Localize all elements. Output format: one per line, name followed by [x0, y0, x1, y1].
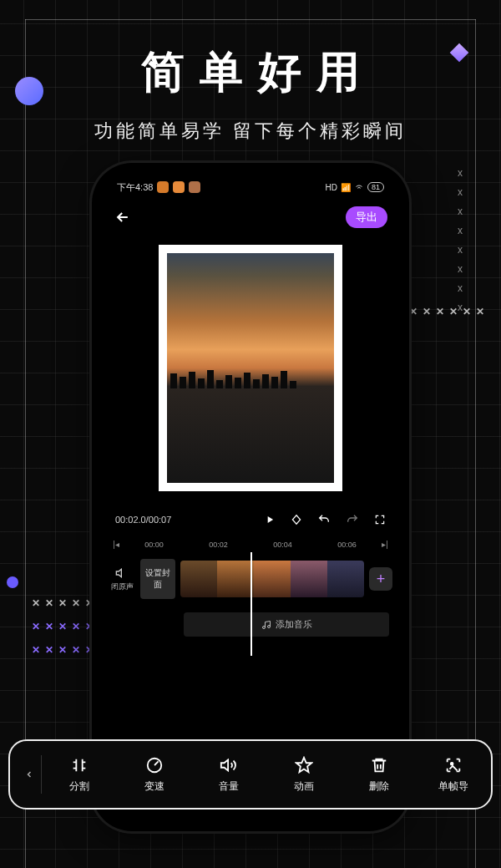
- video-preview[interactable]: [159, 245, 342, 491]
- star-icon: [295, 756, 313, 774]
- edit-toolbar: 分割 变速 音量 动画 删除 单帧导: [8, 739, 493, 810]
- timeline[interactable]: 闭原声 设置封面 7.1s +: [100, 554, 401, 604]
- music-note-icon: [261, 620, 271, 630]
- undo-button[interactable]: [317, 513, 331, 526]
- clip-thumbnail[interactable]: [327, 561, 364, 597]
- tool-label: 音量: [219, 779, 239, 794]
- ruler-tick: 00:02: [186, 541, 250, 549]
- decorative-x-column: xxxxxxxx: [458, 167, 463, 313]
- keyframe-button[interactable]: [291, 514, 302, 525]
- battery-indicator: 81: [367, 182, 384, 192]
- tool-split[interactable]: 分割: [42, 756, 117, 794]
- add-music-label: 添加音乐: [276, 618, 312, 631]
- wifi-icon: [354, 181, 364, 193]
- clip-thumbnail[interactable]: [254, 561, 291, 597]
- tool-volume[interactable]: 音量: [191, 756, 266, 794]
- split-icon: [70, 756, 89, 774]
- tool-label: 动画: [294, 779, 314, 794]
- preview-image: [167, 253, 334, 483]
- frame-export-icon: [444, 756, 463, 774]
- back-button[interactable]: [114, 208, 132, 226]
- tool-label: 单帧导: [438, 779, 468, 794]
- time-current: 00:02.0: [115, 515, 146, 525]
- tool-animation[interactable]: 动画: [266, 756, 342, 794]
- add-clip-button[interactable]: +: [369, 567, 392, 591]
- signal-icon: 📶: [341, 183, 351, 192]
- tool-label: 变速: [144, 779, 164, 794]
- decorative-x-row: ✕✕✕✕✕: [32, 644, 94, 656]
- ruler-tick: 00:00: [122, 541, 186, 549]
- trash-icon: [370, 756, 388, 774]
- add-music-button[interactable]: 添加音乐: [184, 612, 389, 637]
- svg-point-1: [451, 762, 453, 764]
- decorative-x-row: ✕✕✕✕✕: [32, 621, 94, 632]
- hd-indicator: HD: [326, 183, 337, 192]
- time-total: 00:07: [149, 515, 172, 525]
- clip-thumbnail[interactable]: [291, 561, 327, 597]
- mute-original-button[interactable]: 闭原声: [109, 566, 135, 592]
- tool-label: 分割: [69, 779, 89, 794]
- playhead[interactable]: [250, 552, 252, 656]
- page-title: 简单好用: [0, 43, 501, 102]
- tool-frame-export[interactable]: 单帧导: [416, 756, 491, 794]
- tool-speed[interactable]: 变速: [117, 756, 192, 794]
- page-subtitle: 功能简单易学 留下每个精彩瞬间: [0, 119, 501, 144]
- phone-mockup: 下午4:38 HD 📶 81 导出: [92, 163, 409, 831]
- clip-thumbnail[interactable]: [180, 561, 217, 597]
- toolbar-back-button[interactable]: [17, 755, 42, 794]
- decorative-x-row: ✕✕✕✕✕: [32, 597, 94, 609]
- status-chip-icon: [173, 181, 185, 193]
- redo-button[interactable]: [346, 513, 359, 526]
- ruler-tick: 00:04: [250, 541, 315, 549]
- ruler-next-icon[interactable]: ▸|: [379, 540, 391, 549]
- speed-icon: [145, 756, 164, 774]
- export-button[interactable]: 导出: [346, 206, 387, 228]
- mute-label: 闭原声: [111, 582, 134, 591]
- clip-thumbnail[interactable]: [217, 561, 254, 597]
- decorative-dot: [7, 576, 18, 588]
- status-bar: 下午4:38 HD 📶 81: [100, 176, 401, 198]
- play-button[interactable]: [264, 514, 276, 525]
- tool-delete[interactable]: 删除: [342, 756, 417, 794]
- set-cover-button[interactable]: 设置封面: [140, 559, 175, 599]
- status-time: 下午4:38: [117, 181, 153, 194]
- ruler-prev-icon[interactable]: |◂: [110, 540, 122, 549]
- timeline-ruler[interactable]: |◂ 00:00 00:02 00:04 00:06 ▸|: [100, 535, 401, 554]
- status-chip-icon: [157, 181, 169, 193]
- status-chip-icon: [189, 181, 200, 193]
- fullscreen-button[interactable]: [374, 514, 386, 525]
- decorative-x-row: ✕✕✕✕✕✕: [409, 306, 484, 317]
- tool-label: 删除: [369, 779, 389, 794]
- ruler-tick: 00:06: [315, 541, 379, 549]
- volume-icon: [220, 756, 238, 774]
